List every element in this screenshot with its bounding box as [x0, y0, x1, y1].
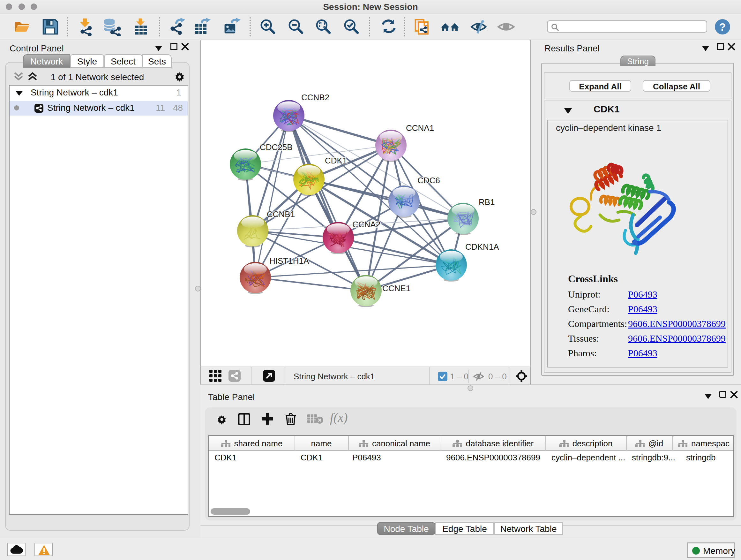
svg-text:RB1: RB1	[479, 197, 495, 207]
svg-text:?: ?	[719, 21, 726, 33]
svg-text:CCNA2: CCNA2	[352, 220, 381, 229]
svg-text:HIST1H1A: HIST1H1A	[269, 256, 309, 266]
svg-text:CCNB1: CCNB1	[267, 209, 295, 219]
svg-text:CCNE1: CCNE1	[382, 284, 410, 293]
svg-text:CDC25B: CDC25B	[260, 142, 293, 152]
svg-text:CCNB2: CCNB2	[301, 92, 329, 102]
svg-text:CCNA1: CCNA1	[406, 123, 434, 133]
svg-text:CDKN1A: CDKN1A	[465, 242, 499, 252]
svg-text:CDC6: CDC6	[417, 176, 440, 185]
svg-text:CDK1: CDK1	[325, 156, 347, 165]
